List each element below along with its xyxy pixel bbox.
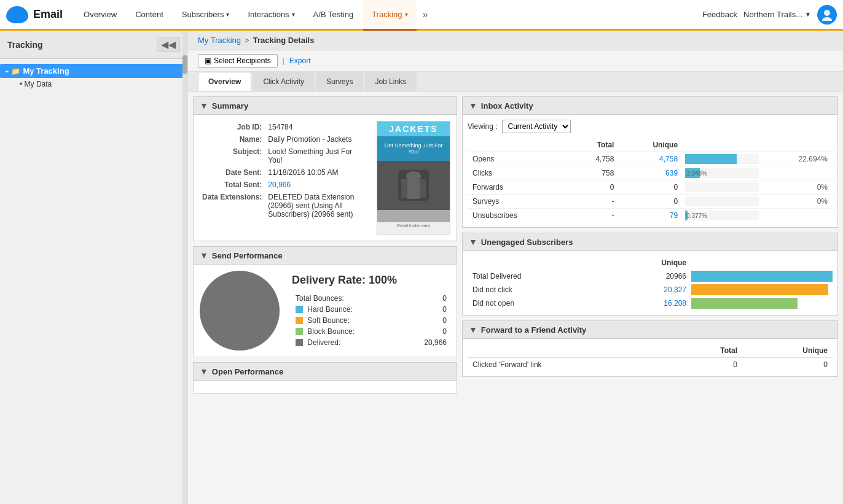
summary-val: 154784	[265, 121, 369, 133]
app-name: Email	[33, 8, 63, 21]
send-performance-collapse[interactable]: ▼	[200, 250, 208, 260]
inbox-header-row: Total Unique	[468, 138, 833, 152]
unique-val: 639	[619, 166, 683, 180]
did-not-open-link[interactable]: 16,208	[664, 299, 686, 308]
pct-val: 0%	[761, 195, 833, 209]
viewing-select[interactable]: Current Activity	[502, 120, 571, 133]
nav-ab-testing[interactable]: A/B Testing	[305, 0, 363, 31]
bounce-val: 20,966	[401, 337, 450, 348]
col-total: Total	[567, 138, 619, 152]
inbox-row-surveys: Surveys - 0 0%	[468, 195, 833, 209]
open-performance-title: Open Performance	[212, 367, 283, 376]
summary-val: DELETED Data Extension (20966) sent (Usi…	[265, 191, 369, 220]
unengaged-header: ▼ Unengaged Subscribers	[463, 233, 837, 251]
fwd-header-row: Total Unique	[468, 344, 833, 358]
bar-container: 0.377%	[685, 211, 759, 220]
nav-more-icon[interactable]: »	[418, 9, 433, 20]
jacket-text: JACKETS	[377, 122, 450, 136]
metric-label: Opens	[468, 152, 567, 166]
fwd-collapse[interactable]: ▼	[469, 325, 477, 335]
unengaged-table: Unique Total Delivered 20966	[468, 256, 833, 310]
nav-interactions[interactable]: Interactions▾	[239, 0, 303, 31]
send-performance-title: Send Performance	[212, 251, 283, 260]
unique-val: 79	[619, 209, 683, 223]
avatar[interactable]	[817, 5, 837, 25]
nav-subscribers[interactable]: Subscribers▾	[173, 0, 238, 31]
fwd-table: Total Unique Clicked 'Forward' link 0 0	[468, 344, 833, 371]
breadcrumb: My Tracking > Tracking Details	[188, 31, 843, 50]
send-performance-header: ▼ Send Performance	[194, 247, 457, 265]
bar-cell	[683, 152, 761, 166]
pct-val	[761, 166, 833, 180]
unengaged-collapse[interactable]: ▼	[469, 237, 477, 247]
block-bounce-swatch	[296, 328, 303, 335]
bar-cell	[683, 180, 761, 195]
summary-header: ▼ Summary	[194, 97, 457, 115]
sidebar-tree: + 📁 My Tracking My Data	[0, 59, 187, 95]
tab-overview[interactable]: Overview	[198, 72, 251, 91]
breadcrumb-parent[interactable]: My Tracking	[198, 36, 241, 45]
bounce-row-block: Block Bounce: 0	[292, 326, 450, 337]
viewing-label: Viewing :	[468, 122, 497, 131]
ue-bar-cell	[691, 269, 833, 283]
account-menu[interactable]: Northern Trails... ▼	[743, 10, 811, 19]
inbox-content: Viewing : Current Activity Total Unique	[463, 115, 837, 227]
feedback-link[interactable]: Feedback	[702, 10, 737, 19]
unsub-bar: 0.377%	[685, 211, 688, 220]
unsub-unique-link[interactable]: 79	[670, 211, 678, 220]
pct-val	[761, 209, 833, 223]
total-sent-link[interactable]: 20,966	[268, 180, 291, 189]
cloud-icon	[6, 6, 28, 23]
fwd-col-label	[468, 344, 673, 358]
email-preview-image: JACKETS Get Something Just For You!	[377, 121, 450, 235]
panel-right: ▼ Inbox Activity Viewing : Current Activ…	[462, 96, 838, 394]
summary-key: Data Extensions:	[200, 191, 265, 220]
tab-surveys[interactable]: Surveys	[316, 72, 363, 91]
metric-label: Clicks	[468, 166, 567, 180]
bar-cell: 0.377%	[683, 209, 761, 223]
opens-unique-link[interactable]: 4,758	[659, 155, 678, 163]
col-metric	[468, 138, 567, 152]
total-val: 0	[567, 180, 619, 195]
app-logo[interactable]: Email	[6, 6, 63, 23]
bar-cell	[683, 195, 761, 209]
inbox-table: Total Unique Opens 4,758	[468, 138, 833, 222]
nav-tracking[interactable]: Tracking▾	[363, 0, 416, 31]
delivery-donut-chart	[200, 271, 280, 351]
unique-val: 4,758	[619, 152, 683, 166]
bounce-row-delivered: Delivered: 20,966	[292, 337, 450, 348]
bounce-val: 0	[401, 293, 450, 304]
inbox-row-clicks: Clicks 758 639 3.048%	[468, 166, 833, 180]
inbox-collapse-icon[interactable]: ▼	[469, 101, 477, 110]
sidebar-scrollbar[interactable]	[182, 31, 187, 504]
sidebar-item-my-tracking[interactable]: + 📁 My Tracking	[0, 64, 187, 78]
summary-key: Name:	[200, 133, 265, 145]
export-link[interactable]: Export	[289, 56, 311, 65]
expand-icon: +	[5, 68, 9, 75]
summary-collapse-icon[interactable]: ▼	[200, 101, 208, 110]
tab-job-links[interactable]: Job Links	[364, 72, 417, 91]
sidebar-title: Tracking	[7, 40, 43, 50]
open-performance-header: ▼ Open Performance	[194, 363, 457, 381]
open-performance-section: ▼ Open Performance	[193, 362, 457, 394]
bar-container: 3.048%	[685, 168, 759, 178]
open-performance-collapse[interactable]: ▼	[200, 366, 208, 376]
nav-content[interactable]: Content	[127, 0, 172, 31]
summary-row-totalsent: Total Sent: 20,966	[200, 179, 369, 191]
select-recipients-button[interactable]: ▣ Select Recipients	[198, 54, 278, 68]
did-not-click-link[interactable]: 20,327	[664, 285, 686, 294]
nav-items: Overview Content Subscribers▾ Interactio…	[75, 0, 702, 29]
tab-click-activity[interactable]: Click Activity	[253, 72, 315, 91]
svg-point-4	[824, 10, 830, 16]
sidebar-collapse-button[interactable]: ◀◀	[157, 37, 180, 52]
unengaged-content: Unique Total Delivered 20966	[463, 251, 837, 315]
clicks-unique-link[interactable]: 639	[665, 169, 678, 177]
send-performance-section: ▼ Send Performance Delivery Rate: 100% T…	[193, 246, 457, 357]
ue-col-label	[468, 256, 608, 269]
breadcrumb-separator: >	[245, 36, 249, 45]
clicks-bar: 3.048%	[685, 168, 700, 178]
bounce-label: Total Bounces:	[292, 293, 401, 304]
nav-overview[interactable]: Overview	[75, 0, 125, 31]
sidebar-subitem-my-data[interactable]: My Data	[0, 78, 187, 90]
select-icon: ▣	[205, 56, 211, 65]
